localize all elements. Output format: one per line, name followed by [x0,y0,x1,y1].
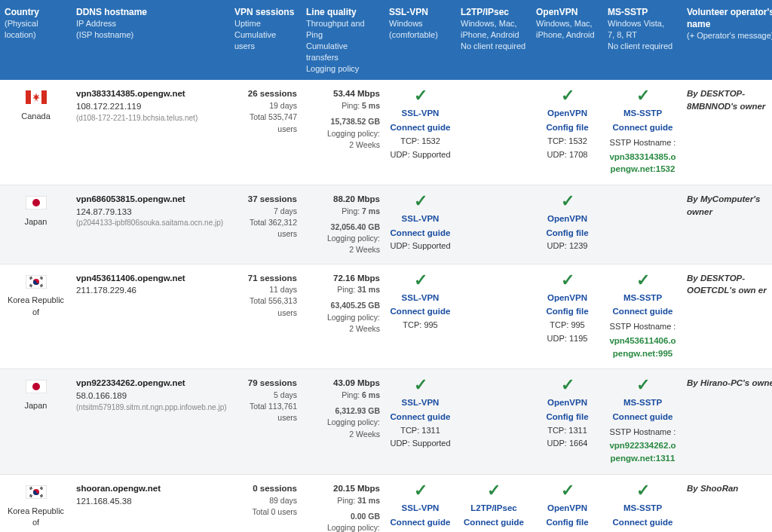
sstp-hostname-label: SSTP Hostname : [608,321,678,333]
operator-name: By ShooRan [687,482,772,495]
svg-rect-2 [41,90,47,104]
check-icon: ✓ [561,193,574,209]
cell-l2tp [456,264,532,369]
check-icon: ✓ [636,377,650,393]
ovpn-udp-port: UDP: 1708 [536,149,599,161]
cell-operator: By DESKTOP-OOETCDL's own er [682,264,772,369]
cell-ddns: vpn453611406.opengw.net211.178.229.46 [72,264,230,369]
ssl-vpn-link[interactable]: SSL-VPN [389,502,452,515]
logging-policy-value: 2 Weeks [306,429,380,440]
svg-point-4 [32,199,40,206]
col-sstp[interactable]: MS-SSTP Windows Vista, 7, 8, RT No clien… [603,0,682,80]
cell-operator: By DESKTOP-8MBNNOD's owner [682,80,772,185]
openvpn-config-link[interactable]: Config file [536,516,599,529]
sstp-hostname[interactable]: vpn453611406.opengw.net:995 [608,335,678,359]
ssl-vpn-connect-guide[interactable]: Connect guide [389,411,452,423]
logging-policy-label: Logging policy: [306,233,380,244]
cell-openvpn: ✓OpenVPNConfig fileTCP: 1311UDP: 1664 [532,369,603,475]
ssl-vpn-connect-guide[interactable]: Connect guide [389,305,452,318]
l2tp-link[interactable]: L2TP/IPsec [461,502,527,515]
cell-ms-sstp: ✓MS-SSTPConnect guideSSTP Hostname :shoo… [603,474,682,532]
check-icon: ✓ [414,377,427,393]
col-ovpn[interactable]: OpenVPN Windows, Mac, iPhone, Android [532,0,603,80]
col-line[interactable]: Line quality Throughput and Ping Cumulat… [302,0,384,80]
cell-openvpn: ✓OpenVPNConfig fileTCP: 1532UDP: 1708 [532,80,603,185]
country-name: Japan [5,216,67,228]
sessions-count: 71 sessions [234,272,297,285]
cell-l2tp [456,80,532,185]
sessions-count: 37 sessions [234,193,297,206]
table-row: Canadavpn383314385.opengw.net108.172.221… [0,80,772,185]
sstp-hostname[interactable]: vpn922334262.opengw.net:1311 [608,439,678,464]
cell-l2tp [456,369,532,475]
sstp-connect-guide[interactable]: Connect guide [608,516,678,529]
sstp-hostname[interactable]: vpn383314385.opengw.net:1532 [608,151,678,176]
sstp-connect-guide[interactable]: Connect guide [608,411,678,423]
uptime: 7 days [234,206,297,217]
col-ddns[interactable]: DDNS hostname IP Address (ISP hostname) [72,0,230,80]
table-header: Country (Physical location) DDNS hostnam… [0,0,772,80]
cell-sessions: 71 sessions11 daysTotal 556,313 users [230,264,302,369]
sstp-connect-guide[interactable]: Connect guide [608,121,678,134]
ddns-hostname: vpn686053815.opengw.net [76,193,225,206]
col-l2tp[interactable]: L2TP/IPsec Windows, Mac, iPhone, Android… [456,0,532,80]
check-icon: ✓ [561,377,574,393]
vpn-server-table: Country (Physical location) DDNS hostnam… [0,0,772,532]
cell-country: Korea Republic of [0,264,72,369]
ssl-vpn-connect-guide[interactable]: Connect guide [389,121,452,134]
ip-address: 108.172.221.119 [76,100,225,113]
throughput: 20.15 Mbps [306,482,380,495]
isp-hostname: (p2044133-ipbf806souka.saitama.ocn.ne.jp… [76,218,225,229]
ssl-tcp-port: TCP: 995 [389,320,452,332]
cell-sessions: 79 sessions5 daysTotal 113,761 users [230,369,302,475]
transfers: 6,312.93 GB [306,405,380,417]
check-icon: ✓ [636,272,650,289]
ssl-vpn-link[interactable]: SSL-VPN [389,107,452,120]
transfers: 63,405.25 GB [306,300,380,311]
logging-policy-label: Logging policy: [306,312,380,323]
flag-icon [26,196,47,209]
cumulative-users: Total 0 users [234,506,297,518]
check-icon: ✓ [561,482,574,499]
openvpn-config-link[interactable]: Config file [536,227,599,240]
ssl-vpn-link[interactable]: SSL-VPN [389,292,452,304]
flag-icon [26,90,47,104]
ssl-vpn-link[interactable]: SSL-VPN [389,212,452,225]
cumulative-users: Total 113,761 users [234,401,297,423]
openvpn-config-link[interactable]: Config file [536,411,599,423]
openvpn-config-link[interactable]: Config file [536,305,599,318]
ip-address: 211.178.229.46 [76,284,225,297]
col-country[interactable]: Country (Physical location) [0,0,72,80]
cell-ssl-vpn: ✓SSL-VPNConnect guideTCP: 443 [384,474,456,532]
flag-icon [26,380,47,393]
ssl-vpn-connect-guide[interactable]: Connect guide [389,516,452,529]
operator-name: By DESKTOP-8MBNNOD's owner [687,87,772,112]
ssl-vpn-link[interactable]: SSL-VPN [389,396,452,409]
ovpn-tcp-port: TCP: 1311 [536,425,599,437]
isp-hostname: (ntsitm579189.sitm.nt.ngn.ppp.infoweb.ne… [76,402,225,414]
l2tp-connect-guide[interactable]: Connect guide [461,516,527,529]
ssl-vpn-connect-guide[interactable]: Connect guide [389,227,452,240]
cumulative-users: Total 556,313 users [234,295,297,318]
col-operator[interactable]: Volunteer operator's name (+ Operator's … [682,0,772,80]
cell-l2tp [456,185,532,264]
country-name: Canada [5,111,67,123]
ssl-udp-supported: UDP: Supported [389,149,452,161]
sstp-label: MS-SSTP [608,396,678,409]
check-icon: ✓ [636,482,650,499]
throughput: 88.20 Mbps [306,193,380,206]
sstp-label: MS-SSTP [608,107,678,120]
col-ssl[interactable]: SSL-VPN Windows (comfortable) [384,0,456,80]
transfers: 0.00 GB [306,511,380,522]
logging-policy-value: 2 Weeks [306,139,380,151]
openvpn-config-link[interactable]: Config file [536,121,599,134]
sstp-connect-guide[interactable]: Connect guide [608,305,678,318]
cell-openvpn: ✓OpenVPNConfig fileTCP: 995UDP: 1195 [532,264,603,369]
ovpn-udp-port: UDP: 1664 [536,438,599,450]
logging-policy-label: Logging policy: [306,417,380,428]
col-sessions[interactable]: VPN sessions Uptime Cumulative users [230,0,302,80]
check-icon: ✓ [414,482,427,499]
operator-name: By Hirano-PC's owner [687,377,772,390]
cell-ms-sstp: ✓MS-SSTPConnect guideSSTP Hostname :vpn3… [603,80,682,185]
operator-name: By MyComputer's owner [687,193,772,218]
